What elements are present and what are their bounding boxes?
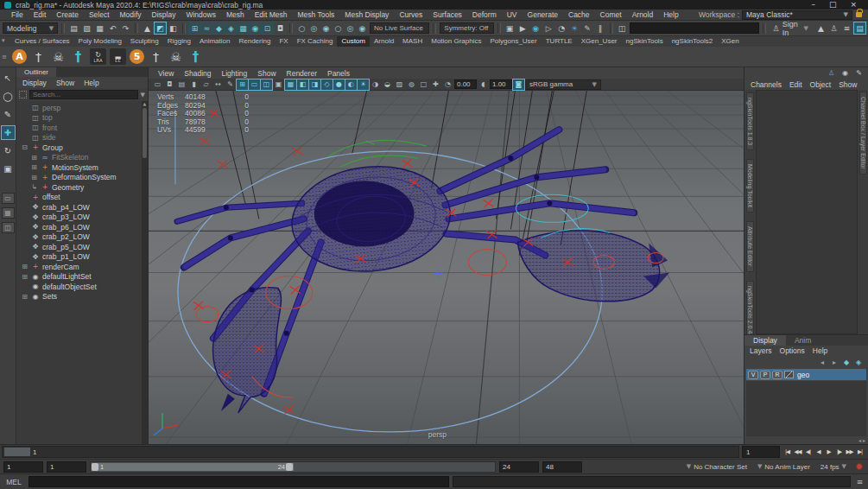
channel-box-layer-editor-tab[interactable]: Channel Box / Layer Editor	[859, 92, 867, 175]
shelf-tab[interactable]: ngSkinTools2	[668, 36, 718, 47]
lra-button[interactable]: ↻ LRA	[90, 48, 106, 65]
time-slider[interactable]: 1	[2, 446, 739, 458]
snap-to-projected-center-icon[interactable]: ◈	[225, 22, 237, 34]
skull-2-button[interactable]: ☠	[168, 48, 184, 65]
attribute-editor-toggle-icon[interactable]: ▤	[854, 22, 865, 34]
live-surface-field[interactable]: No Live Surface	[370, 22, 429, 34]
select-camera-icon[interactable]: ▭	[152, 79, 163, 90]
menu-item[interactable]: Curves	[394, 10, 428, 19]
skull-button[interactable]: ☠	[50, 48, 67, 65]
outliner-item[interactable]: ⊞ + DeformationSystem	[16, 173, 148, 183]
go-to-start-button[interactable]: |◀	[782, 447, 792, 458]
outliner-item[interactable]: ✥ crab_p3_LOW	[16, 213, 148, 223]
light-editor-icon[interactable]: ☀	[569, 22, 580, 34]
scroll-handle[interactable]	[143, 108, 147, 158]
resolution-gate-icon[interactable]: ◫	[261, 79, 272, 90]
scroll-right-icon[interactable]: ▸	[863, 437, 865, 443]
body-rig-2-button[interactable]: †	[187, 48, 204, 65]
skeleton-figure-2-button[interactable]: †	[148, 48, 164, 65]
field-chart-icon[interactable]: ▦	[285, 79, 296, 90]
shelf-tab[interactable]: Sculpting	[126, 36, 163, 47]
scroll-up-icon[interactable]: ▲	[143, 101, 147, 107]
exposure-icon[interactable]: ◔	[442, 79, 453, 90]
range-end-handle[interactable]	[286, 463, 293, 471]
safe-action-icon[interactable]: ◧	[297, 79, 308, 90]
grid-toggle-icon[interactable]: ⊞	[237, 79, 248, 90]
gamma-field[interactable]	[490, 79, 512, 89]
select-by-hierarchy-icon[interactable]: ▲	[142, 22, 153, 34]
outliner-item[interactable]: ◫ side	[16, 133, 148, 143]
outliner-menu-item[interactable]: Help	[84, 79, 98, 87]
look-dev-icon[interactable]: ✎	[582, 22, 593, 34]
skeleton-figure-button[interactable]: †	[30, 48, 47, 65]
playback-start-field[interactable]	[47, 461, 86, 473]
render-settings-icon[interactable]: ◔	[556, 22, 567, 34]
shelf-tab[interactable]: XGen_User	[577, 36, 622, 47]
sign-in-button[interactable]: ♙ Sign In ▼	[770, 20, 812, 37]
maximize-button[interactable]: □	[829, 1, 837, 9]
move-manipulator[interactable]	[434, 269, 444, 279]
character-icon[interactable]: ♙	[827, 68, 836, 78]
outliner-item[interactable]: ↳ + Geometry	[16, 182, 148, 193]
left-claw[interactable]	[213, 288, 282, 413]
shelf-tab[interactable]: Animation	[195, 36, 235, 47]
shelf-tab-arrow-icon[interactable]: ▾	[2, 37, 5, 44]
isolate-select-icon[interactable]: ◍	[406, 79, 417, 90]
shelf-tab[interactable]: Arnold	[370, 36, 398, 47]
channel-box-empty-area[interactable]	[756, 90, 858, 334]
snap-to-view-planes-icon[interactable]: ▦	[238, 22, 249, 34]
scroll-left-icon[interactable]: ◂	[858, 437, 861, 443]
pencil-icon[interactable]: ✎	[854, 68, 864, 78]
channel-box-toggle-icon[interactable]: ≡	[841, 22, 852, 34]
menu-item[interactable]: Select	[84, 10, 115, 19]
camera-attributes-icon[interactable]: ▤	[176, 79, 187, 90]
menu-item[interactable]: Create	[51, 10, 84, 19]
film-gate-icon[interactable]: ▭	[249, 79, 260, 90]
menu-item[interactable]: Windows	[181, 10, 220, 19]
workspace-selector[interactable]: Maya Classic* ▼	[742, 10, 852, 20]
ipr-render-icon[interactable]: ◉	[530, 22, 542, 34]
playback-range-bar[interactable]: 1 24	[92, 463, 294, 471]
viewport-menu-item[interactable]: Lighting	[217, 69, 251, 78]
single-pane-layout-button[interactable]: ▭	[2, 193, 15, 204]
outliner-menu-item[interactable]: Display	[22, 79, 47, 87]
history-extra-icon[interactable]: ◉	[357, 22, 368, 34]
layer-editor-tab[interactable]: Anim	[786, 335, 820, 346]
pause-viewport-icon[interactable]: ‖	[595, 22, 606, 34]
viewport-menu-item[interactable]: Shading	[180, 69, 215, 78]
right-claw[interactable]	[517, 231, 659, 302]
lock-selection-icon[interactable]: ◘	[275, 22, 286, 34]
exposure-field[interactable]	[454, 79, 477, 89]
outliner-filter-icon[interactable]	[19, 91, 27, 98]
fps-menu[interactable]: 24 fps ▼	[817, 461, 850, 473]
viewport-menu-item[interactable]: View	[154, 69, 178, 78]
shelf-menu-icon[interactable]: ≡	[2, 54, 7, 60]
layer-color-swatch[interactable]	[784, 371, 794, 378]
viewport-menu-item[interactable]: Show	[253, 69, 280, 78]
menu-item[interactable]: Mesh Display	[339, 10, 394, 19]
menu-item[interactable]: Deform	[467, 10, 502, 19]
outliner-item[interactable]: ✥ crab_p1_LOW	[16, 252, 148, 263]
ee-button[interactable]: ▂ EE	[110, 48, 126, 65]
shadows-icon[interactable]: ◑	[370, 79, 381, 90]
shelf-tab[interactable]: ngSkinTools	[622, 36, 668, 47]
redo-icon[interactable]: ↷	[120, 22, 131, 34]
history-options-icon[interactable]: ◎	[345, 22, 356, 34]
menu-item[interactable]: Mesh	[221, 10, 250, 19]
snap-to-points-icon[interactable]: ◆	[213, 22, 225, 34]
layer-playback-toggle[interactable]: P	[760, 371, 770, 379]
shelf-tab[interactable]: TURTLE	[542, 36, 577, 47]
anim-layer-menu[interactable]: ▼ No Anim Layer	[754, 461, 814, 473]
render-current-frame-icon[interactable]: ▶	[517, 22, 529, 34]
channel-box-menu-item[interactable]: Channels	[751, 80, 782, 89]
use-all-lights-icon[interactable]: ☀	[358, 79, 369, 90]
minimize-button[interactable]: –	[811, 1, 815, 9]
current-time-field[interactable]: 1	[742, 446, 780, 458]
menu-item[interactable]: Modify	[115, 10, 147, 19]
character-set-menu[interactable]: ▼ No Character Set	[683, 461, 751, 473]
close-button[interactable]: ×	[850, 1, 857, 9]
outliner-item[interactable]: + offset	[16, 193, 148, 203]
safe-title-icon[interactable]: ◨	[309, 79, 320, 90]
shelf-tab[interactable]: Curves / Surfaces	[10, 36, 74, 47]
layer-editor-menu-item[interactable]: Options	[780, 346, 805, 355]
